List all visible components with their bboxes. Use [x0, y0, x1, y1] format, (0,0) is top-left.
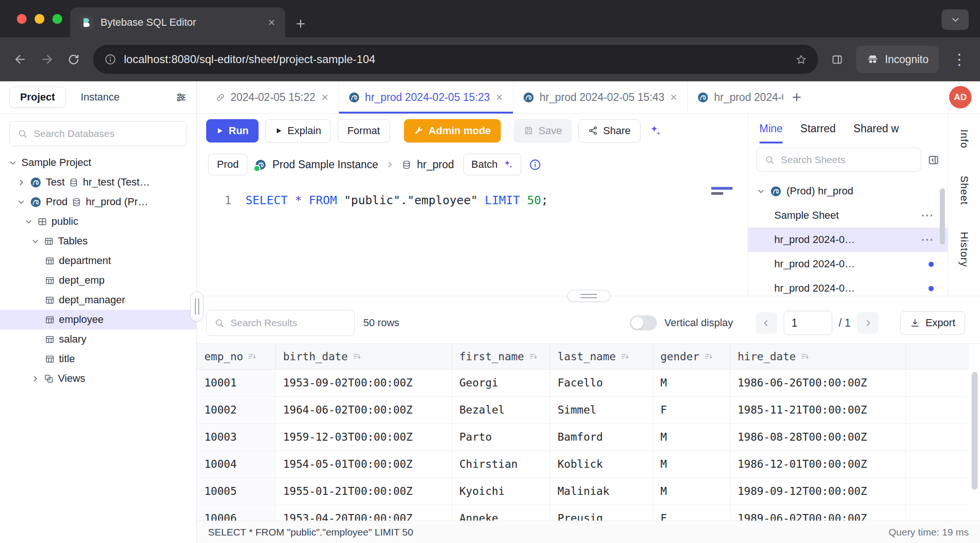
editor-tab-hr-prod-2024-02-05-15-43[interactable]: hr_prod 2024-02-05 15:43 [513, 81, 687, 113]
browser-tab[interactable]: Bytebase SQL Editor [70, 7, 285, 37]
sheets-scrollbar[interactable] [940, 188, 945, 244]
editor-tab-hr-prod-2024-0[interactable]: hr_prod 2024-0 [687, 81, 783, 113]
ai-sparkle-icon[interactable] [648, 124, 662, 137]
table-cell[interactable]: Facello [550, 369, 653, 396]
table-cell[interactable]: 1986-12-01T00:00:00Z [730, 450, 905, 478]
sheet-group[interactable]: (Prod) hr_prod [748, 179, 948, 203]
info-icon[interactable] [529, 158, 541, 171]
sheet-search[interactable] [757, 148, 921, 172]
close-icon[interactable] [670, 93, 678, 101]
results-search-input[interactable] [231, 317, 347, 329]
more-menu-icon[interactable]: ⋯ [921, 233, 934, 246]
table-row[interactable]: 100021964-06-02T00:00:00ZBezalelSimmelF1… [197, 396, 969, 423]
editor-tab-2024-02-05-15-22[interactable]: 2024-02-05 15:22 [206, 81, 339, 113]
tree-item-tables[interactable]: Tables [0, 231, 196, 251]
table-cell[interactable]: 1989-06-02T00:00:00Z [730, 505, 905, 521]
table-cell[interactable]: Parto [452, 423, 550, 450]
column-header-hire-date[interactable]: hire_date [730, 344, 905, 369]
sheets-tab-mine[interactable]: Mine [759, 114, 783, 143]
vertical-display-toggle[interactable] [630, 315, 657, 330]
site-info-icon[interactable] [104, 53, 116, 65]
run-button[interactable]: Run [206, 119, 259, 143]
chevron-right-icon[interactable] [17, 179, 26, 186]
column-header-birth-date[interactable]: birth_date [275, 344, 452, 369]
table-row[interactable]: 100061953-04-20T00:00:00ZAnnekePreusigF1… [197, 505, 969, 521]
sheets-tab-shared-w[interactable]: Shared w [853, 114, 899, 143]
bookmark-star-icon[interactable] [795, 54, 807, 65]
panel-toggle-icon[interactable] [928, 154, 939, 166]
url-text[interactable]: localhost:8080/sql-editor/sheet/project-… [124, 53, 788, 66]
table-cell[interactable]: 10002 [197, 396, 275, 423]
table-cell[interactable]: Koblick [550, 450, 653, 478]
forward-button[interactable] [40, 52, 54, 66]
sort-icon[interactable] [800, 352, 809, 361]
more-menu-icon[interactable]: ⋯ [921, 209, 934, 222]
table-row[interactable]: 100041954-05-01T00:00:00ZChirstianKoblic… [197, 450, 969, 478]
sql-code-editor[interactable]: 1 SELECT * FROM "public"."employee" LIMI… [197, 181, 748, 296]
editor-minimap[interactable] [711, 187, 739, 195]
browser-menu-icon[interactable]: ⋮ [952, 52, 967, 67]
column-header-first-name[interactable]: first_name [452, 344, 550, 369]
database-selector[interactable]: hr_prod [402, 158, 454, 171]
table-cell[interactable]: 1954-05-01T00:00:00Z [275, 450, 452, 478]
side-panel-icon[interactable] [831, 54, 843, 65]
close-window-button[interactable] [17, 14, 27, 24]
table-cell[interactable]: Preusig [550, 505, 653, 521]
tree-item-salary[interactable]: salary [0, 329, 196, 349]
tab-project[interactable]: Project [9, 86, 66, 108]
sort-icon[interactable] [353, 352, 361, 361]
close-icon[interactable] [321, 93, 329, 101]
table-row[interactable]: 100031959-12-03T00:00:00ZPartoBamfordM19… [197, 423, 969, 450]
side-tab-info[interactable]: Info [958, 129, 970, 149]
filter-settings-icon[interactable] [175, 92, 187, 103]
table-cell[interactable]: M [653, 423, 730, 450]
sort-icon[interactable] [704, 352, 713, 361]
tree-item-prod[interactable]: Prodhr_prod (Pr… [0, 192, 196, 212]
minimize-window-button[interactable] [35, 14, 44, 24]
table-cell[interactable]: Kyoichi [452, 478, 550, 505]
tree-item-department[interactable]: department [0, 251, 196, 271]
chevron-right-icon[interactable] [31, 375, 40, 383]
table-cell[interactable]: 1953-04-20T00:00:00Z [275, 505, 452, 521]
tree-item-views[interactable]: Views [0, 369, 196, 388]
table-cell[interactable]: 1953-09-02T00:00:00Z [275, 369, 452, 396]
results-search[interactable] [206, 310, 355, 336]
table-cell[interactable]: 10005 [197, 478, 275, 505]
table-cell[interactable]: Chirstian [452, 450, 550, 478]
prev-page-button[interactable] [756, 312, 777, 334]
address-bar[interactable]: localhost:8080/sql-editor/sheet/project-… [93, 45, 818, 74]
explain-button[interactable]: Explain [265, 119, 331, 143]
close-tab-icon[interactable] [267, 18, 276, 27]
table-row[interactable]: 100011953-09-02T00:00:00ZGeorgiFacelloM1… [197, 369, 969, 396]
instance-selector[interactable]: Prod Sample Instance [255, 158, 378, 171]
table-cell[interactable]: 1959-12-03T00:00:00Z [275, 423, 452, 450]
next-page-button[interactable] [857, 312, 879, 334]
table-cell[interactable]: 10001 [197, 369, 275, 396]
table-cell[interactable]: Bezalel [452, 396, 550, 423]
chevron-down-icon[interactable] [8, 159, 17, 167]
table-cell[interactable]: Simmel [550, 396, 653, 423]
batch-button[interactable]: Batch [463, 154, 521, 175]
new-worksheet-tab-button[interactable] [791, 91, 803, 103]
tab-instance[interactable]: Instance [81, 91, 120, 103]
table-cell[interactable]: 1989-09-12T00:00:00Z [730, 478, 905, 505]
table-cell[interactable]: 1986-08-28T00:00:00Z [730, 423, 905, 450]
database-search-input[interactable] [34, 128, 179, 139]
sort-icon[interactable] [620, 352, 629, 361]
page-number-input[interactable] [784, 311, 832, 335]
table-cell[interactable]: Anneke [452, 505, 550, 521]
chevron-down-icon[interactable] [24, 218, 33, 226]
table-cell[interactable]: 1964-06-02T00:00:00Z [275, 396, 452, 423]
table-cell[interactable]: 1955-01-21T00:00:00Z [275, 478, 452, 505]
tree-item-sample-project[interactable]: Sample Project [0, 153, 196, 172]
table-cell[interactable]: M [653, 478, 730, 505]
chevron-down-icon[interactable] [31, 237, 40, 245]
close-icon[interactable] [495, 93, 504, 101]
editor-tab-hr-prod-2024-02-05-15-23[interactable]: hr_prod 2024-02-05 15:23 [339, 81, 513, 113]
side-tab-history[interactable]: History [958, 232, 970, 267]
side-tab-sheet[interactable]: Sheet [958, 176, 970, 205]
admin-mode-button[interactable]: Admin mode [404, 119, 501, 143]
export-button[interactable]: Export [900, 311, 965, 335]
database-search[interactable] [9, 121, 187, 146]
sheet-item[interactable]: hr_prod 2024-0…⋯ [748, 228, 948, 252]
